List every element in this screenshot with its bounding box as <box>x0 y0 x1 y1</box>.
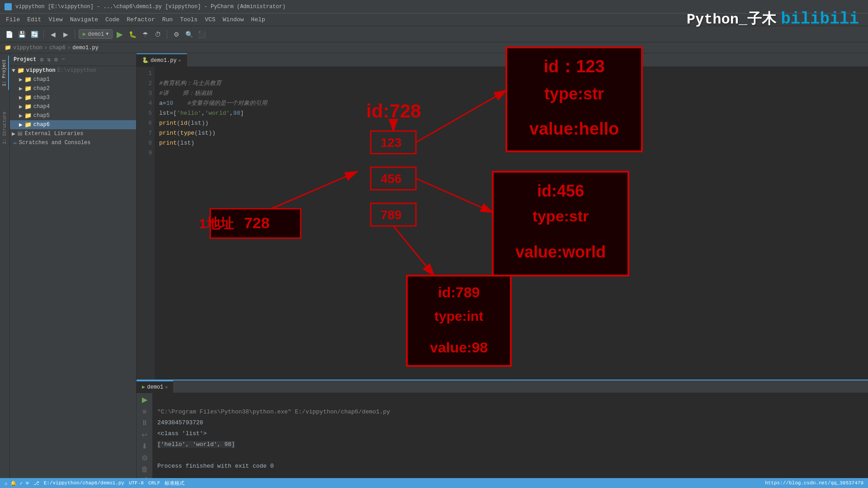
menu-navigate[interactable]: Navigate <box>66 15 102 24</box>
run-output-line4 <box>157 452 161 459</box>
menu-help[interactable]: Help <box>247 15 269 24</box>
breadcrumb-file[interactable]: demo1.py <box>72 45 99 51</box>
project-tab[interactable]: 1: Project <box>0 56 9 90</box>
sidebar: Project ⚙ ⇅ ⚙ − ▼ 📁 vippython E:\vippyth… <box>10 53 137 488</box>
editor-column: 🐍 demo1.py ✕ 1 2 3 4 5 6 7 8 <box>137 53 868 488</box>
run-panel: ▶ demo1 ✕ ▶ ■ ⏸ ↩ ⬇ ⚙ 🗑 <box>137 380 868 488</box>
menu-tools[interactable]: Tools <box>176 15 201 24</box>
code-line-3: a=10 #变量存储的是一个对象的引用 <box>159 100 267 107</box>
watermark-text: Python_子木 <box>687 9 776 29</box>
run-output-line1: 2493045793728 <box>157 419 203 426</box>
run-trash-button[interactable]: 🗑 <box>139 465 150 475</box>
toolbar-settings[interactable]: ⚙ <box>171 29 182 40</box>
sidebar-sort-icon[interactable]: ⇅ <box>47 56 51 63</box>
code-line-9 <box>159 160 163 166</box>
toolbar-refresh[interactable]: 🔄 <box>29 29 40 40</box>
run-output: "C:\Program Files\Python38\python.exe" E… <box>153 393 868 488</box>
menu-run[interactable]: Run <box>159 15 176 24</box>
tree-chap6[interactable]: ▶ 📁 chap6 <box>10 120 136 129</box>
chap2-arrow: ▶ <box>19 85 23 92</box>
menu-edit[interactable]: Edit <box>24 15 45 24</box>
run-content: ▶ ■ ⏸ ↩ ⬇ ⚙ 🗑 📌 "C:\Program Files\Python… <box>137 393 868 488</box>
run-pause-button[interactable]: ⏸ <box>139 418 150 428</box>
menu-window[interactable]: Window <box>219 15 248 24</box>
toolbar-coverage[interactable]: ☂ <box>140 29 151 40</box>
run-wrap-button[interactable]: ↩ <box>139 430 150 440</box>
line-num-4: 4 <box>139 99 152 108</box>
code-line-1: #教育机构：马士兵教育 <box>159 80 222 87</box>
toolbar-profile[interactable]: ⏱ <box>152 29 163 40</box>
chap6-label: chap6 <box>33 122 50 128</box>
tree-chap2[interactable]: ▶ 📁 chap2 <box>10 84 136 93</box>
toolbar-terminal[interactable]: ⬛ <box>196 29 207 40</box>
code-line-7: print(lst) <box>159 140 194 146</box>
toolbar-sep1 <box>43 30 44 39</box>
tree-root[interactable]: ▼ 📁 vippython E:\vippython <box>10 66 136 75</box>
sidebar-minimize-icon[interactable]: − <box>61 56 65 63</box>
status-encoding[interactable]: UTF-8 <box>129 480 144 486</box>
line-num-6: 6 <box>139 118 152 128</box>
breadcrumb-folder[interactable]: chap6 <box>49 45 66 51</box>
menu-refactor[interactable]: Refactor <box>123 15 158 24</box>
run-output-line5: Process finished with exit code 0 <box>157 463 274 469</box>
menu-code[interactable]: Code <box>102 15 123 24</box>
toolbar-search[interactable]: 🔍 <box>184 29 194 40</box>
bilibili-logo: bilibili <box>781 10 859 28</box>
scratches-label: Scratches and Consoles <box>19 140 90 146</box>
chap2-folder-icon: 📁 <box>24 85 32 92</box>
tree-chap3[interactable]: ▶ 📁 chap3 <box>10 93 136 102</box>
editor-tab-name: demo1.py <box>151 57 177 64</box>
ext-lib-arrow: ▶ <box>12 130 15 137</box>
toolbar-new[interactable]: 📄 <box>4 29 14 40</box>
run-rerun-button[interactable]: ▶ <box>139 395 150 405</box>
code-content[interactable]: #教育机构：马士兵教育 #讲 师：杨淑娟 a=10 #变量存储的是一个对象的引用… <box>155 67 868 380</box>
sidebar-gear-icon[interactable]: ⚙ <box>40 56 43 63</box>
code-editor[interactable]: 1 2 3 4 5 6 7 8 9 #教育机构：马士兵教育 #讲 师：杨淑娟 a… <box>137 67 868 380</box>
toolbar-sep3 <box>167 30 167 39</box>
toolbar-back[interactable]: ◀ <box>47 29 58 40</box>
chap4-folder-icon: 📁 <box>24 103 32 110</box>
sidebar-settings-icon[interactable]: ⚙ <box>54 56 58 63</box>
status-path: E:/vippython/chap6/demo1.py <box>44 480 124 486</box>
tree-chap4[interactable]: ▶ 📁 chap4 <box>10 102 136 111</box>
tree-chap5[interactable]: ▶ 📁 chap5 <box>10 111 136 120</box>
chap1-label: chap1 <box>33 76 50 83</box>
editor-tab-icon: 🐍 <box>142 57 149 64</box>
menu-vcs[interactable]: VCS <box>201 15 219 24</box>
debug-button[interactable]: 🐛 <box>127 29 138 40</box>
editor-tab-demo1[interactable]: 🐍 demo1.py ✕ <box>137 53 187 66</box>
tree-external-libs[interactable]: ▶ 🏛 External Libraries <box>10 129 136 138</box>
chap6-folder-icon: 📁 <box>24 121 32 128</box>
run-settings-button[interactable]: ⚙ <box>139 453 150 463</box>
breadcrumb-project[interactable]: 📁 <box>5 44 11 51</box>
breadcrumb-root[interactable]: vippython <box>13 45 42 51</box>
run-button[interactable]: ▶ <box>114 29 125 40</box>
run-config-selector[interactable]: ▶ demo1 ▼ <box>79 29 113 39</box>
toolbar-sep2 <box>75 30 75 39</box>
project-tree: ▼ 📁 vippython E:\vippython ▶ 📁 chap1 ▶ 📁… <box>10 66 136 488</box>
chap6-arrow: ▶ <box>19 121 23 128</box>
run-stop-button[interactable]: ■ <box>139 407 150 417</box>
tree-root-folder-icon: 📁 <box>17 67 24 74</box>
ext-lib-label: External Libraries <box>25 131 84 137</box>
status-lang: 标准格式 <box>165 480 184 487</box>
tree-scratches[interactable]: ✏ Scratches and Consoles <box>10 138 136 147</box>
status-line-sep[interactable]: CRLF <box>148 480 160 486</box>
run-tab-close[interactable]: ✕ <box>165 385 168 390</box>
toolbar-save[interactable]: 💾 <box>16 29 27 40</box>
project-label: Project <box>14 56 36 63</box>
run-tab-demo1[interactable]: ▶ demo1 ✕ <box>137 380 173 393</box>
structure-tab[interactable]: 2: Structure <box>1 108 9 148</box>
chap3-folder-icon: 📁 <box>24 94 32 101</box>
line-num-2: 2 <box>139 79 152 89</box>
tab-close-icon[interactable]: ✕ <box>179 58 181 63</box>
line-num-5: 5 <box>139 108 152 118</box>
menu-file[interactable]: File <box>2 15 24 24</box>
toolbar-forward[interactable]: ▶ <box>60 29 71 40</box>
left-panel-tabs: 1: Project 2: Structure <box>0 53 10 488</box>
tree-chap1[interactable]: ▶ 📁 chap1 <box>10 75 136 84</box>
menu-view[interactable]: View <box>45 15 66 24</box>
chap3-arrow: ▶ <box>19 94 23 101</box>
run-scroll-button[interactable]: ⬇ <box>139 441 150 451</box>
line-numbers: 1 2 3 4 5 6 7 8 9 <box>137 67 155 380</box>
